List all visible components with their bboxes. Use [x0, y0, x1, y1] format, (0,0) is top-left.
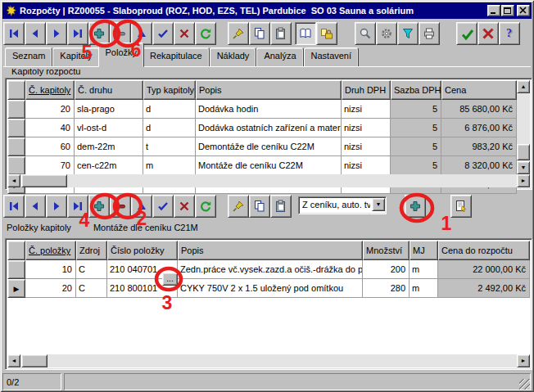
cell[interactable]: cen-c22m [75, 156, 143, 175]
tab-rekapitulace[interactable]: Rekapitulace [143, 47, 210, 67]
cancel-edit-button[interactable] [174, 22, 195, 45]
column-header[interactable]: Množství [363, 241, 410, 260]
first-record-button[interactable] [3, 22, 25, 45]
open-book-button[interactable] [295, 22, 316, 45]
cell[interactable]: 5 [391, 119, 441, 137]
items-post-edit-button[interactable] [152, 195, 174, 218]
column-header[interactable]: Č. kapitoly [25, 80, 75, 100]
next-record-button[interactable] [46, 22, 67, 45]
edit-record-button[interactable] [131, 22, 152, 45]
main-delete-record-button[interactable] [110, 22, 131, 45]
lookup-ellipsis-button[interactable]: ... [162, 273, 178, 286]
cell[interactable]: Dodávka ostatních zařízení a materiálu [196, 119, 342, 137]
close-button[interactable] [517, 5, 530, 16]
row-indicator[interactable] [7, 260, 25, 279]
cell[interactable]: nizsi [342, 156, 391, 175]
column-header[interactable]: Druh DPH [342, 80, 391, 100]
scroll-right-button[interactable]: ► [517, 354, 530, 367]
cell[interactable]: 85 680,00 Kč [441, 100, 517, 119]
cell[interactable]: d [143, 100, 196, 119]
scrollbar-thumb[interactable] [517, 144, 530, 160]
paste-button[interactable] [270, 22, 292, 45]
cancel-button[interactable] [477, 22, 499, 45]
edit-document-button[interactable] [450, 195, 472, 218]
row-indicator[interactable] [7, 100, 25, 119]
resize-grip[interactable] [519, 379, 530, 390]
column-header[interactable]: Zdroj [76, 241, 107, 260]
search-button[interactable] [355, 22, 376, 45]
print-button[interactable] [419, 22, 440, 45]
minimize-button[interactable] [487, 5, 500, 16]
tab-seznam[interactable]: Seznam [5, 47, 52, 67]
cell[interactable]: m [143, 156, 196, 175]
cell[interactable]: 5 [391, 137, 441, 156]
cell[interactable]: nizsi [342, 100, 391, 119]
scroll-left-button[interactable]: ◄ [7, 174, 20, 187]
column-header[interactable]: Typ kapitoly [143, 80, 196, 100]
insert-mode-combobox[interactable]: Z ceníku, auto. tvorba ▼ [298, 196, 387, 214]
cell[interactable]: 70 [25, 156, 75, 175]
chevron-down-icon[interactable]: ▼ [372, 198, 385, 211]
cell[interactable]: nizsi [342, 119, 391, 137]
copy-button[interactable] [249, 22, 270, 45]
cell[interactable]: sla-prago [75, 100, 143, 119]
cell[interactable]: m [410, 279, 438, 298]
cell[interactable]: Montáže dle ceníku C22M [196, 156, 342, 175]
cell[interactable]: 20 [25, 279, 76, 298]
horizontal-scrollbar[interactable]: ◄ ► [7, 174, 530, 187]
cell[interactable]: 200 [363, 260, 410, 279]
row-indicator[interactable] [7, 156, 25, 175]
column-header[interactable]: Cena [441, 80, 517, 100]
scroll-left-button[interactable]: ◄ [7, 354, 20, 367]
items-pin-button[interactable] [228, 195, 249, 218]
row-indicator[interactable]: ▶ [7, 279, 25, 298]
cell[interactable]: 60 [25, 137, 75, 156]
cell[interactable]: 2 492,00 Kč [438, 279, 530, 298]
column-header[interactable]: Č. druhu [75, 80, 143, 100]
gear-button[interactable] [376, 22, 397, 45]
scrollbar-thumb[interactable] [21, 354, 48, 367]
items-last-record-button[interactable] [67, 195, 88, 218]
cell[interactable]: C [76, 279, 107, 298]
horizontal-scrollbar[interactable]: ◄ ► [7, 354, 530, 367]
cell[interactable]: 10 [25, 260, 76, 279]
cell[interactable]: 280 [363, 279, 410, 298]
column-header[interactable]: Popis [196, 80, 342, 100]
items-first-record-button[interactable] [3, 195, 25, 218]
main-insert-record-button[interactable] [88, 22, 110, 45]
cell[interactable]: 40 [25, 119, 75, 137]
scroll-right-button[interactable]: ► [517, 174, 530, 187]
cell[interactable]: 5 [391, 100, 441, 119]
cell[interactable]: vl-ost-d [75, 119, 143, 137]
items-insert-record-button[interactable] [88, 195, 110, 218]
cell[interactable]: Demontáže dle ceníku C22M [196, 137, 342, 156]
cell[interactable]: C [76, 260, 107, 279]
scroll-down-button[interactable]: ▼ [517, 161, 530, 174]
items-cancel-edit-button[interactable] [174, 195, 195, 218]
tab-nastaveni[interactable]: Nastavení [304, 47, 360, 67]
help-button[interactable]: ?? [499, 22, 520, 45]
column-header[interactable]: Popis [178, 241, 363, 260]
cell[interactable]: d [143, 119, 196, 137]
cell[interactable]: t [143, 137, 196, 156]
tab-kapitoly[interactable]: Kapitoly [52, 47, 99, 67]
cell[interactable]: CYKY 750V 2 x 1.5 uložený pod omítkou [178, 279, 363, 298]
last-record-button[interactable] [67, 22, 88, 45]
cell[interactable]: nizsi [342, 137, 391, 156]
tab-naklady[interactable]: Náklady [210, 47, 257, 67]
filter-button[interactable] [397, 22, 419, 45]
cell[interactable]: 5 [391, 156, 441, 175]
post-edit-button[interactable] [152, 22, 174, 45]
items-refresh-button[interactable] [195, 195, 216, 218]
tab-polozky[interactable]: Položky [98, 43, 145, 67]
cell[interactable]: 22 000,00 Kč [438, 260, 530, 279]
items-prior-record-button[interactable] [25, 195, 46, 218]
scrollbar-thumb[interactable] [21, 174, 67, 187]
cell[interactable]: m [410, 260, 438, 279]
items-paste-button[interactable] [270, 195, 292, 218]
items-copy-button[interactable] [249, 195, 270, 218]
column-header[interactable]: Cena do rozpočtu [438, 241, 530, 260]
maximize-button[interactable] [501, 5, 514, 16]
lock-button[interactable] [316, 22, 337, 45]
items-edit-record-button[interactable] [131, 195, 152, 218]
